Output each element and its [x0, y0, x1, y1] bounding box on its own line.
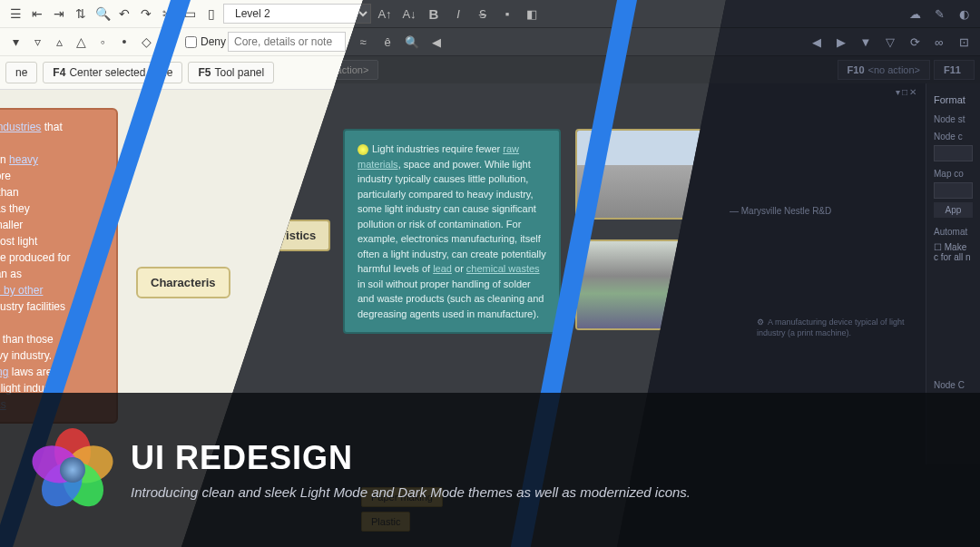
fkey-f11[interactable]: F11 [934, 60, 975, 80]
strike-icon[interactable]: S̶ [472, 4, 494, 24]
fkey-f10[interactable]: F10<no action> [838, 60, 930, 80]
highlight-icon[interactable]: ◧ [521, 4, 543, 24]
sibling-icon[interactable]: ▯ [201, 4, 221, 24]
node-color-label: Node c [930, 126, 976, 143]
window-controls: ▾ □ ✕ [896, 87, 916, 97]
automatic-label: Automat [930, 221, 976, 239]
fkey-ne[interactable]: ne [5, 62, 37, 83]
refresh-icon[interactable]: ⟳ [904, 32, 926, 52]
node-light-industry-desc[interactable]: Light industries require fewer raw mater… [343, 129, 561, 334]
search-icon[interactable]: 🔍 [401, 32, 423, 52]
panel-title: Format [930, 91, 976, 109]
banner-subtitle: Introducing clean and sleek Light Mode a… [131, 483, 691, 502]
link-icon[interactable]: ∞ [928, 32, 950, 52]
apply-button[interactable]: App [934, 202, 973, 218]
node-c-label: Node C [930, 375, 976, 392]
gear-icon: ⚙ [757, 317, 764, 327]
zoom-icon[interactable]: 🔍 [93, 4, 113, 24]
filter5-icon[interactable]: ◦ [93, 32, 113, 52]
indent-right-icon[interactable]: ⇥ [49, 4, 69, 24]
caption-nestle: — Marysville Nestle R&D [730, 206, 831, 216]
cloud-icon[interactable]: ☁ [904, 4, 926, 24]
nav-next-icon[interactable]: ▶ [830, 32, 852, 52]
map-color-label: Map co [930, 163, 976, 181]
banner: UI REDESIGN Introducing clean and sleek … [0, 393, 980, 547]
shape-icon[interactable]: ◐ [953, 4, 975, 24]
brush-icon[interactable]: ✎ [928, 4, 950, 24]
app-logo [36, 434, 109, 506]
sort-icon[interactable]: ⇅ [71, 4, 91, 24]
filter2-icon[interactable]: ▿ [27, 32, 47, 52]
search-input[interactable] [228, 32, 346, 52]
outline-icon[interactable]: ☰ [5, 4, 25, 24]
undo-icon[interactable]: ↶ [114, 4, 134, 24]
fkey-f5[interactable]: F5Tool panel [188, 62, 274, 83]
filter3-icon[interactable]: ▵ [49, 32, 69, 52]
map-color-field[interactable] [934, 182, 973, 199]
prev-icon[interactable]: ◀ [426, 32, 447, 52]
funnel2-icon[interactable]: ▽ [879, 32, 901, 52]
tag-icon[interactable]: ⊡ [953, 32, 975, 52]
filter4-icon[interactable]: △ [71, 32, 91, 52]
font-size-up-icon[interactable]: A↑ [374, 4, 396, 24]
italic-icon[interactable]: I [447, 4, 469, 24]
make-check[interactable]: ☐ Make c for all n [930, 239, 976, 266]
close-icon[interactable]: ✕ [909, 87, 916, 97]
node-characteristics-light[interactable]: Characteris [136, 267, 230, 298]
bold-icon[interactable]: B [423, 4, 445, 24]
funnel-icon[interactable]: ▼ [855, 32, 877, 52]
banner-title: UI REDESIGN [131, 439, 691, 477]
deny-checkbox[interactable]: Deny [185, 35, 226, 48]
caption-manufacturing: ⚙A manufacturing device typical of light… [757, 317, 911, 338]
accent-icon[interactable]: ê [377, 32, 398, 52]
color-icon[interactable]: ▪ [496, 4, 518, 24]
minimize-icon[interactable]: ▾ [896, 87, 900, 97]
font-size-down-icon[interactable]: A↓ [398, 4, 420, 24]
filter7-icon[interactable]: ◇ [136, 32, 156, 52]
restore-icon[interactable]: □ [902, 87, 907, 97]
indent-left-icon[interactable]: ⇤ [27, 4, 47, 24]
panel-subtitle: Node st [930, 109, 976, 126]
nav-prev-icon[interactable]: ◀ [806, 32, 828, 52]
filter6-icon[interactable]: • [114, 32, 134, 52]
approx-icon[interactable]: ≈ [352, 32, 374, 52]
node-color-field[interactable] [934, 145, 973, 161]
pin-icon [358, 144, 368, 155]
redo-icon[interactable]: ↷ [136, 4, 156, 24]
filter-icon[interactable]: ▾ [5, 32, 25, 52]
